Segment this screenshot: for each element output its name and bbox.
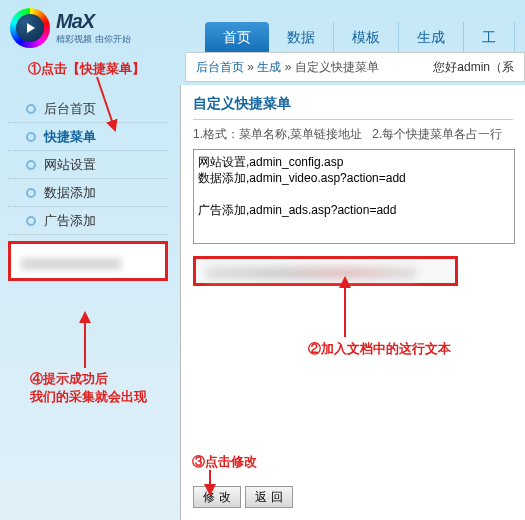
redacted-line xyxy=(193,256,458,286)
sidebar-redacted-item[interactable] xyxy=(8,241,168,281)
arrow-3-icon xyxy=(200,468,220,502)
back-button[interactable]: 返 回 xyxy=(245,486,293,508)
sidebar-item-siteconfig[interactable]: 网站设置 xyxy=(8,151,168,179)
crumb-current: 自定义快捷菜单 xyxy=(295,59,379,76)
tab-template[interactable]: 模板 xyxy=(334,22,399,52)
sidebar-item-dataadd[interactable]: 数据添加 xyxy=(8,179,168,207)
crumb-home[interactable]: 后台首页 xyxy=(196,59,244,76)
arrow-2-icon xyxy=(330,275,360,344)
shortcut-textarea[interactable] xyxy=(193,149,515,244)
tab-data[interactable]: 数据 xyxy=(269,22,334,52)
logo-icon xyxy=(10,8,50,48)
sidebar: 后台首页 快捷菜单 网站设置 数据添加 广告添加 xyxy=(8,95,168,281)
breadcrumb: 后台首页 » 生成 » 自定义快捷菜单 您好admin（系 xyxy=(185,52,525,82)
sidebar-item-home[interactable]: 后台首页 xyxy=(8,95,168,123)
sidebar-item-shortcut[interactable]: 快捷菜单 xyxy=(8,123,168,151)
arrow-1-icon xyxy=(95,75,135,139)
tab-tools[interactable]: 工 xyxy=(464,22,515,52)
top-nav: 首页 数据 模板 生成 工 xyxy=(205,22,515,52)
format-hint: 1.格式：菜单名称,菜单链接地址 2.每个快捷菜单各占一行 xyxy=(193,126,513,143)
crumb-generate[interactable]: 生成 xyxy=(257,59,281,76)
logo-slogan: 精彩视频 由你开始 xyxy=(56,33,131,46)
logo-brand: MaX xyxy=(56,10,131,33)
tab-generate[interactable]: 生成 xyxy=(399,22,464,52)
tab-home[interactable]: 首页 xyxy=(205,22,269,52)
annotation-4: ④提示成功后我们的采集就会出现 xyxy=(30,370,147,406)
sidebar-item-adsadd[interactable]: 广告添加 xyxy=(8,207,168,235)
logo: MaX 精彩视频 由你开始 xyxy=(10,8,131,48)
page-title: 自定义快捷菜单 xyxy=(193,95,513,120)
greeting: 您好admin（系 xyxy=(433,59,514,76)
arrow-4-icon xyxy=(75,310,95,374)
